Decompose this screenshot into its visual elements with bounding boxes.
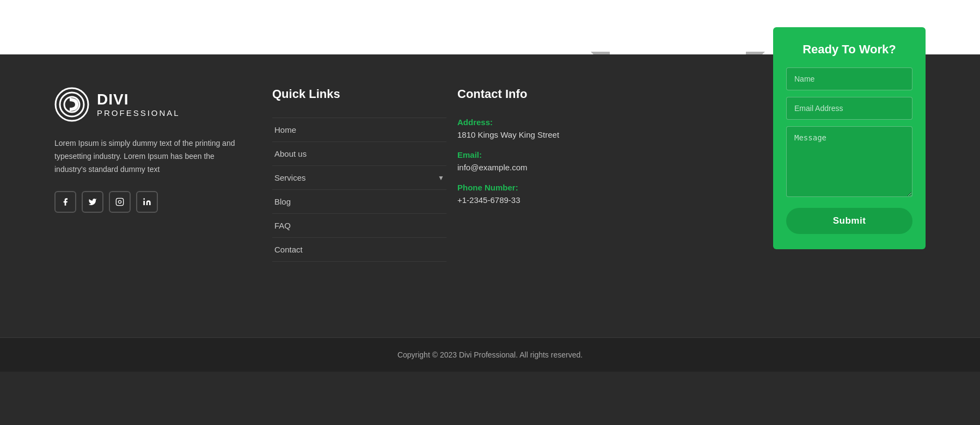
svg-point-5 bbox=[143, 199, 145, 200]
nav-link-home[interactable]: Home bbox=[272, 118, 446, 141]
nav-link-about[interactable]: About us bbox=[272, 142, 446, 165]
phone-label: Phone Number: bbox=[457, 183, 653, 192]
email-input[interactable] bbox=[786, 97, 912, 120]
nav-item-home: Home bbox=[272, 118, 446, 142]
contact-info-title: Contact Info bbox=[457, 87, 653, 101]
nav-link-contact[interactable]: Contact bbox=[272, 238, 446, 261]
social-icons bbox=[54, 191, 240, 213]
address-label: Address: bbox=[457, 118, 653, 127]
footer-bottom: Copyright © 2023 Divi Professional. All … bbox=[0, 337, 980, 372]
brand-name: DIVI bbox=[97, 91, 180, 108]
email-label: Email: bbox=[457, 150, 653, 159]
brand-logo: DIVI PROFESSIONAL bbox=[54, 87, 240, 122]
nav-link-services-label: Services bbox=[274, 173, 306, 182]
quick-links-title: Quick Links bbox=[272, 87, 446, 101]
nav-item-about: About us bbox=[272, 142, 446, 166]
nav-link-about-label: About us bbox=[274, 149, 307, 158]
contact-info-column: Contact Info Address: 1810 Kings Way Kin… bbox=[446, 87, 653, 305]
footer-main: DIVI PROFESSIONAL Lorem Ipsum is simply … bbox=[0, 54, 980, 337]
linkedin-icon[interactable] bbox=[136, 191, 158, 213]
brand-text-wrap: DIVI PROFESSIONAL bbox=[97, 91, 180, 118]
nav-item-services: Services ▼ bbox=[272, 166, 446, 190]
phone-value: +1-2345-6789-33 bbox=[457, 195, 653, 205]
nav-links-list: Home About us Services ▼ Blog bbox=[272, 118, 446, 262]
nav-link-faq[interactable]: FAQ bbox=[272, 214, 446, 237]
twitter-icon[interactable] bbox=[82, 191, 103, 213]
nav-link-faq-label: FAQ bbox=[274, 221, 291, 230]
contact-form-card: Ready To Work? Submit bbox=[773, 27, 926, 249]
email-value: info@example.com bbox=[457, 163, 653, 172]
nav-link-services[interactable]: Services ▼ bbox=[272, 166, 446, 189]
nav-link-home-label: Home bbox=[274, 125, 296, 134]
svg-rect-3 bbox=[116, 199, 123, 206]
brand-description: Lorem Ipsum is simply dummy text of the … bbox=[54, 137, 240, 176]
nav-item-faq: FAQ bbox=[272, 214, 446, 238]
nav-link-blog[interactable]: Blog bbox=[272, 190, 446, 213]
nav-item-contact: Contact bbox=[272, 238, 446, 262]
logo-icon bbox=[54, 87, 89, 122]
submit-button[interactable]: Submit bbox=[786, 208, 912, 234]
nav-link-contact-label: Contact bbox=[274, 245, 303, 254]
nav-item-blog: Blog bbox=[272, 190, 446, 214]
copyright-text: Copyright © 2023 Divi Professional. All … bbox=[397, 350, 583, 359]
name-input[interactable] bbox=[786, 67, 912, 90]
facebook-icon[interactable] bbox=[54, 191, 76, 213]
brand-column: DIVI PROFESSIONAL Lorem Ipsum is simply … bbox=[54, 87, 261, 305]
brand-subtitle: PROFESSIONAL bbox=[97, 108, 180, 118]
quick-links-column: Quick Links Home About us Services ▼ bbox=[261, 87, 446, 305]
message-textarea[interactable] bbox=[786, 126, 912, 197]
form-title: Ready To Work? bbox=[786, 42, 912, 57]
address-value: 1810 Kings Way King Street bbox=[457, 130, 653, 139]
chevron-down-icon: ▼ bbox=[438, 174, 444, 182]
instagram-icon[interactable] bbox=[109, 191, 131, 213]
nav-link-blog-label: Blog bbox=[274, 197, 291, 206]
